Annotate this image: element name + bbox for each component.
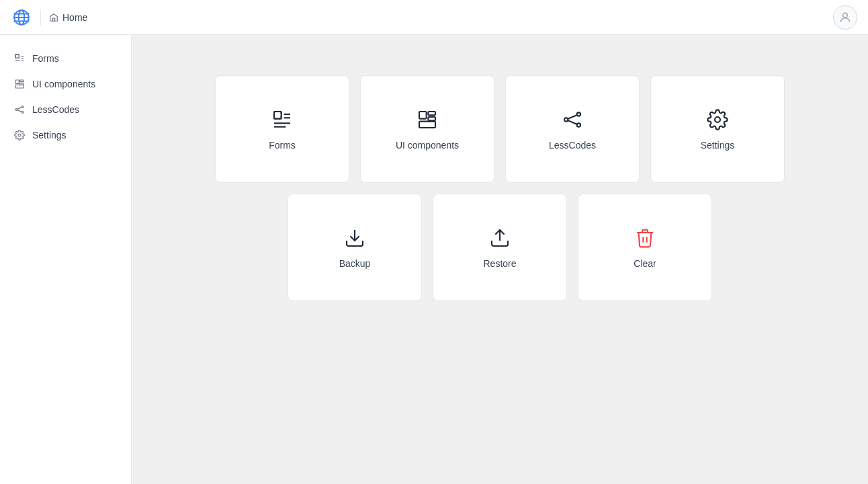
card-label-backup: Backup bbox=[339, 258, 371, 269]
card-settings[interactable]: Settings bbox=[650, 75, 785, 183]
topbar: Home bbox=[0, 0, 868, 35]
lesscodes-sidebar-icon bbox=[13, 104, 26, 116]
card-clear[interactable]: Clear bbox=[578, 194, 712, 301]
svg-point-35 bbox=[577, 112, 580, 116]
card-forms[interactable]: Forms bbox=[215, 75, 349, 183]
breadcrumb: Home bbox=[49, 12, 87, 23]
backup-card-icon bbox=[343, 226, 367, 250]
svg-point-18 bbox=[15, 109, 17, 111]
globe-icon[interactable] bbox=[11, 7, 32, 28]
clear-card-icon bbox=[633, 226, 657, 250]
main-layout: Forms UI components bbox=[0, 35, 868, 484]
card-restore[interactable]: Restore bbox=[433, 194, 567, 301]
restore-card-icon bbox=[488, 226, 512, 250]
card-backup[interactable]: Backup bbox=[288, 194, 422, 301]
svg-line-37 bbox=[568, 115, 576, 118]
sidebar: Forms UI components bbox=[0, 35, 132, 484]
user-avatar[interactable] bbox=[833, 5, 857, 30]
svg-point-6 bbox=[843, 13, 848, 17]
svg-rect-8 bbox=[15, 54, 19, 58]
svg-rect-5 bbox=[52, 18, 55, 21]
svg-rect-17 bbox=[15, 85, 24, 88]
svg-point-20 bbox=[21, 112, 24, 114]
sidebar-item-ui-components[interactable]: UI components bbox=[0, 71, 131, 97]
svg-point-34 bbox=[564, 118, 568, 121]
lesscodes-card-icon bbox=[560, 108, 584, 132]
ui-sidebar-icon bbox=[13, 78, 26, 90]
svg-line-22 bbox=[17, 110, 22, 112]
sidebar-label-forms: Forms bbox=[32, 53, 59, 64]
content-area: Forms UI components bbox=[132, 35, 868, 484]
settings-card-icon bbox=[705, 108, 730, 132]
forms-sidebar-icon bbox=[13, 52, 26, 65]
forms-card-icon bbox=[270, 108, 294, 132]
svg-rect-33 bbox=[419, 122, 435, 128]
cards-row-2: Backup Restore bbox=[288, 194, 712, 301]
svg-rect-15 bbox=[20, 80, 24, 82]
sidebar-item-lesscodes[interactable]: LessCodes bbox=[0, 97, 131, 122]
card-label-ui: UI components bbox=[396, 140, 459, 151]
card-label-settings: Settings bbox=[701, 140, 735, 151]
sidebar-item-forms[interactable]: Forms bbox=[0, 46, 131, 71]
svg-rect-32 bbox=[428, 117, 435, 120]
svg-line-38 bbox=[568, 120, 576, 124]
svg-point-23 bbox=[18, 134, 21, 136]
card-ui-components[interactable]: UI components bbox=[360, 75, 494, 183]
card-label-lesscodes: LessCodes bbox=[549, 140, 596, 151]
breadcrumb-title: Home bbox=[62, 12, 87, 23]
ui-components-card-icon bbox=[415, 108, 439, 132]
svg-rect-14 bbox=[15, 80, 19, 83]
svg-line-21 bbox=[17, 108, 22, 110]
settings-sidebar-icon bbox=[13, 129, 26, 141]
sidebar-label-lesscodes: LessCodes bbox=[32, 104, 79, 115]
svg-rect-30 bbox=[419, 112, 427, 119]
svg-rect-31 bbox=[428, 112, 435, 115]
user-icon bbox=[838, 11, 852, 24]
sidebar-label-settings: Settings bbox=[32, 130, 67, 140]
svg-rect-7 bbox=[15, 54, 19, 58]
svg-rect-9 bbox=[15, 54, 19, 58]
svg-point-39 bbox=[715, 117, 720, 122]
svg-point-36 bbox=[577, 123, 580, 126]
sidebar-label-ui: UI components bbox=[32, 79, 95, 89]
card-lesscodes[interactable]: LessCodes bbox=[505, 75, 640, 183]
svg-rect-25 bbox=[274, 112, 281, 119]
svg-point-19 bbox=[21, 106, 24, 108]
card-label-restore: Restore bbox=[483, 258, 516, 269]
cards-grid: Forms UI components bbox=[159, 75, 841, 301]
home-breadcrumb-icon bbox=[49, 13, 58, 22]
svg-rect-24 bbox=[274, 112, 281, 119]
sidebar-item-settings[interactable]: Settings bbox=[0, 122, 131, 148]
cards-row-1: Forms UI components bbox=[215, 75, 785, 183]
topbar-divider bbox=[40, 9, 41, 26]
topbar-right bbox=[833, 5, 857, 30]
card-label-clear: Clear bbox=[634, 258, 656, 269]
card-label-forms: Forms bbox=[269, 140, 296, 151]
topbar-left: Home bbox=[11, 7, 87, 28]
